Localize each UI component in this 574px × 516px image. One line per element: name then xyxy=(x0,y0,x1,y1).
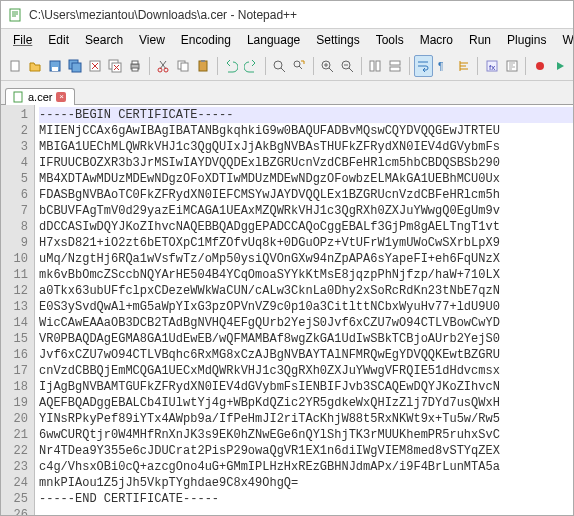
menu-language[interactable]: Language xyxy=(239,31,308,49)
svg-rect-11 xyxy=(132,68,138,71)
tab-a-cer[interactable]: a.cer × xyxy=(5,88,75,105)
cut-icon[interactable] xyxy=(154,55,173,77)
print-icon[interactable] xyxy=(126,55,145,77)
tab-close-icon[interactable]: × xyxy=(56,92,66,102)
code-line[interactable]: MB4XDTAwMDUzMDEwNDgzOFoXDTIwMDUzMDEwNDgz… xyxy=(39,171,573,187)
zoom-in-icon[interactable] xyxy=(318,55,337,77)
code-line[interactable]: uMq/NzgtHj6RQa1wVsfwTz/oMp50ysiQVOnGXw94… xyxy=(39,251,573,267)
code-line[interactable]: H7xsD821+iO2zt6bETOXpC1MfZOfvUq8k+0DGuOP… xyxy=(39,235,573,251)
undo-icon[interactable] xyxy=(222,55,241,77)
line-number: 5 xyxy=(5,171,28,187)
code-line[interactable]: Jvf6xCZU7wO94CTLVBqhc6RxMG8xCzAJBgNVBAYT… xyxy=(39,347,573,363)
open-file-icon[interactable] xyxy=(25,55,44,77)
svg-rect-3 xyxy=(52,67,58,71)
code-line[interactable]: 6wwCURQtjr0W4MHfRnXnJK3s9EK0hZNwEGe6nQYl… xyxy=(39,427,573,443)
sync-v-icon[interactable] xyxy=(366,55,385,77)
toolbar-separator xyxy=(313,57,314,75)
svg-rect-0 xyxy=(10,9,20,21)
line-number: 23 xyxy=(5,459,28,475)
line-number: 17 xyxy=(5,363,28,379)
toolbar-separator xyxy=(525,57,526,75)
svg-rect-16 xyxy=(199,61,207,71)
line-number: 11 xyxy=(5,267,28,283)
line-number: 18 xyxy=(5,379,28,395)
toolbar-separator xyxy=(361,57,362,75)
window-title: C:\Users\meziantou\Downloads\a.cer - Not… xyxy=(29,8,297,22)
menu-file[interactable]: File xyxy=(5,31,40,49)
wrap-icon[interactable] xyxy=(414,55,433,77)
svg-rect-10 xyxy=(132,61,138,64)
line-number: 24 xyxy=(5,475,28,491)
line-number: 16 xyxy=(5,347,28,363)
menu-search[interactable]: Search xyxy=(77,31,131,49)
code-line[interactable]: -----BEGIN CERTIFICATE----- xyxy=(39,107,573,123)
toolbar-separator xyxy=(265,57,266,75)
line-number: 26 xyxy=(5,507,28,515)
close-all-icon[interactable] xyxy=(105,55,124,77)
code-line[interactable]: MIIENjCCAx6gAwIBAgIBATANBgkqhkiG9w0BAQUF… xyxy=(39,123,573,139)
svg-point-18 xyxy=(274,61,282,69)
doc-map-icon[interactable] xyxy=(502,55,521,77)
whitespace-icon[interactable]: ¶ xyxy=(434,55,453,77)
line-number: 10 xyxy=(5,251,28,267)
code-line[interactable]: a0Tkx63ubUFfclpxCDezeWWkWaCUN/cALw3CknLa… xyxy=(39,283,573,299)
code-line[interactable]: Nr4TDea9Y355e6cJDUCrat2PisP29owaQgVR1EX1… xyxy=(39,443,573,459)
line-number: 3 xyxy=(5,139,28,155)
indent-guide-icon[interactable] xyxy=(454,55,473,77)
menu-macro[interactable]: Macro xyxy=(412,31,461,49)
record-icon[interactable] xyxy=(530,55,549,77)
code-line[interactable]: cnVzdCBBQjEmMCQGA1UECxMdQWRkVHJ1c3QgRXh0… xyxy=(39,363,573,379)
editor[interactable]: 1234567891011121314151617181920212223242… xyxy=(1,105,573,515)
find-icon[interactable] xyxy=(270,55,289,77)
svg-rect-22 xyxy=(370,61,374,71)
code-line[interactable]: bCBUVFAgTmV0d29yazEiMCAGA1UEAxMZQWRkVHJ1… xyxy=(39,203,573,219)
code-line[interactable]: IjAgBgNVBAMTGUFkZFRydXN0IEV4dGVybmFsIENB… xyxy=(39,379,573,395)
svg-text:fx: fx xyxy=(489,63,495,72)
menu-settings[interactable]: Settings xyxy=(308,31,367,49)
menu-window[interactable]: Window xyxy=(554,31,574,49)
paste-icon[interactable] xyxy=(194,55,213,77)
new-file-icon[interactable] xyxy=(5,55,24,77)
code-line[interactable] xyxy=(39,507,573,515)
svg-rect-17 xyxy=(201,60,205,62)
lang-icon[interactable]: fx xyxy=(482,55,501,77)
code-line[interactable]: AQEFBQADggEBALCb4IUlwtYj4g+WBpKdQZic2YR5… xyxy=(39,395,573,411)
close-icon[interactable] xyxy=(85,55,104,77)
redo-icon[interactable] xyxy=(242,55,261,77)
code-line[interactable]: c4g/VhsxOBi0cQ+azcgOno4uG+GMmIPLHzHxREzG… xyxy=(39,459,573,475)
menu-tools[interactable]: Tools xyxy=(368,31,412,49)
code-line[interactable]: YINsRPkyPef89iYTx4AWpb9a/IfPeHmJI2riTAcK… xyxy=(39,411,573,427)
play-icon[interactable] xyxy=(550,55,569,77)
code-line[interactable]: E0S3ySvdQwAl+mG5aWpYIxG3pzOPVnVZ9c0p10a3… xyxy=(39,299,573,315)
toolbar-separator xyxy=(409,57,410,75)
code-line[interactable]: WicCAwEAAaOB3DCB2TAdBgNVHQ4EFgQUrb2YejS0… xyxy=(39,315,573,331)
file-icon xyxy=(12,91,24,103)
zoom-out-icon[interactable] xyxy=(338,55,357,77)
toolbar: ¶fx xyxy=(1,51,573,81)
menu-run[interactable]: Run xyxy=(461,31,499,49)
copy-icon[interactable] xyxy=(174,55,193,77)
code-line[interactable]: mnkPIAou1Z5jJh5VkpTYghdae9C8x49OhgQ= xyxy=(39,475,573,491)
menu-encoding[interactable]: Encoding xyxy=(173,31,239,49)
menu-plugins[interactable]: Plugins xyxy=(499,31,554,49)
code-line[interactable]: FDASBgNVBAoTC0FkZFRydXN0IEFCMSYwJAYDVQQL… xyxy=(39,187,573,203)
code-line[interactable]: -----END CERTIFICATE----- xyxy=(39,491,573,507)
svg-rect-25 xyxy=(390,67,400,71)
line-number: 8 xyxy=(5,219,28,235)
code-line[interactable]: VR0PBAQDAgEGMA8GA1UdEwEB/wQFMAMBAf8wgZkG… xyxy=(39,331,573,347)
save-all-icon[interactable] xyxy=(65,55,84,77)
line-number: 20 xyxy=(5,411,28,427)
code-line[interactable]: mk6vBbOmcZSccbNQYArHE504B4YCqOmoaSYYkKtM… xyxy=(39,267,573,283)
line-number: 15 xyxy=(5,331,28,347)
line-number: 13 xyxy=(5,299,28,315)
code-line[interactable]: dDCCASIwDQYJKoZIhvcNAQEBBQADggEPADCCAQoC… xyxy=(39,219,573,235)
replace-icon[interactable] xyxy=(290,55,309,77)
menu-view[interactable]: View xyxy=(131,31,173,49)
menu-edit[interactable]: Edit xyxy=(40,31,77,49)
code-area[interactable]: -----BEGIN CERTIFICATE-----MIIENjCCAx6gA… xyxy=(35,105,573,515)
sync-h-icon[interactable] xyxy=(386,55,405,77)
save-icon[interactable] xyxy=(45,55,64,77)
code-line[interactable]: MBIGA1UEChMLQWRkVHJ1c3QgQUIxJjAkBgNVBAsT… xyxy=(39,139,573,155)
svg-rect-1 xyxy=(11,61,19,71)
code-line[interactable]: IFRUUCBOZXR3b3JrMSIwIAYDVQQDExlBZGRUcnVz… xyxy=(39,155,573,171)
